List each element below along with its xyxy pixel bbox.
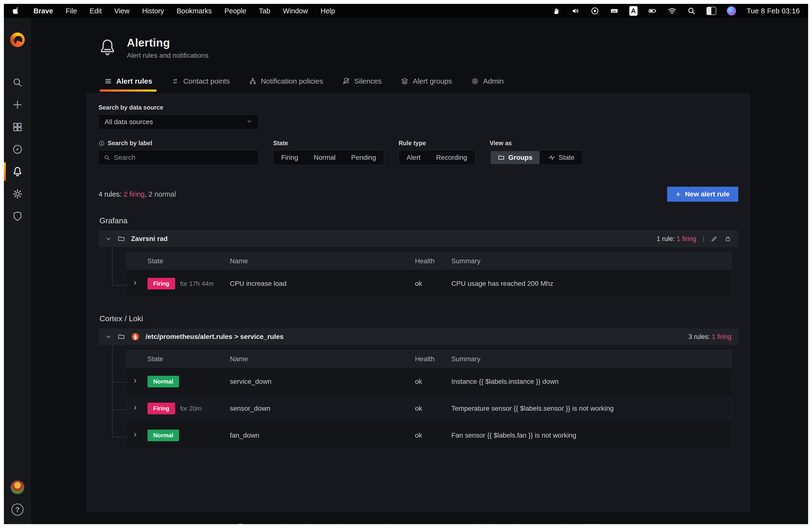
chevron-right-icon[interactable] (132, 378, 138, 384)
input-source-icon[interactable]: A (629, 6, 638, 16)
state-option-firing[interactable]: Firing (273, 150, 306, 165)
rule-type-option-recording[interactable]: Recording (429, 150, 475, 165)
menubar-item-bookmarks[interactable]: Bookmarks (177, 7, 212, 15)
menubar-item-edit[interactable]: Edit (89, 7, 102, 15)
tab-silences[interactable]: Silences (336, 73, 388, 92)
rule-name[interactable]: service_down (226, 368, 411, 395)
tab-contact-points[interactable]: Contact points (165, 73, 236, 92)
sidebar-item-create[interactable] (4, 94, 31, 116)
group-stats: 1 rule: 1 firing (656, 235, 696, 243)
rule-health: ok (411, 395, 447, 422)
sidebar-item-profile[interactable] (4, 476, 31, 498)
section-title-grafana: Grafana (100, 216, 738, 225)
alerting-bell-icon (98, 38, 117, 58)
table-row: Firingfor 17h 44m CPU increase load ok C… (127, 270, 732, 297)
tree-stub (112, 382, 126, 382)
group-name: Zavrsni rad (131, 235, 168, 243)
footer-link-support[interactable]: Support (304, 523, 335, 524)
table-header-row: State Name Health Summary (127, 252, 732, 270)
record-icon[interactable] (591, 6, 599, 15)
data-source-filter: Search by data source All data sources (99, 104, 738, 130)
prometheus-icon (131, 332, 140, 341)
group-stats: 3 rules: 1 firing (688, 333, 731, 341)
battery-icon[interactable] (648, 6, 657, 15)
sidebar-item-search[interactable] (4, 71, 31, 94)
rule-name[interactable]: CPU increase load (226, 270, 411, 297)
help-icon: ? (11, 503, 24, 516)
table-row: Firingfor 20m sensor_down ok Temperature… (127, 395, 732, 422)
col-header-state: State (144, 350, 226, 368)
rule-group-header[interactable]: /etc/prometheus/alert.rules > service_ru… (99, 329, 738, 345)
footer-link-open-source[interactable]: Open Source (406, 523, 443, 524)
chevron-right-icon[interactable] (132, 280, 138, 286)
sidebar-item-help[interactable]: ? (4, 498, 31, 521)
wifi-icon[interactable] (668, 6, 677, 15)
rule-type-option-alert[interactable]: Alert (399, 150, 429, 165)
sidebar-item-configuration[interactable] (4, 183, 31, 205)
menubar-clock[interactable]: Tue 8 Feb 03:16 (747, 7, 800, 15)
firing-duration: for 20m (180, 405, 201, 412)
bell-icon (12, 166, 23, 177)
footer-link-new-version[interactable]: New version available! (529, 523, 602, 524)
menubar-item-file[interactable]: File (66, 7, 77, 15)
menubar-item-window[interactable]: Window (283, 7, 308, 15)
page-subtitle: Alert rules and notifications (127, 51, 208, 59)
rule-type-group: Alert Recording (398, 150, 475, 165)
chevron-right-icon[interactable] (132, 432, 138, 438)
hand-pointer-icon[interactable] (552, 6, 561, 15)
data-source-value: All data sources (104, 118, 153, 126)
chevron-down-icon (105, 334, 112, 340)
state-option-pending[interactable]: Pending (343, 150, 384, 165)
menubar-item-tab[interactable]: Tab (259, 7, 270, 15)
rule-name[interactable]: fan_down (226, 422, 411, 449)
tree-stub (112, 409, 126, 410)
menubar-item-view[interactable]: View (114, 7, 129, 15)
tab-label: Contact points (183, 77, 230, 85)
tab-admin[interactable]: Admin (465, 73, 510, 92)
tree-stub (112, 285, 126, 286)
grafana-logo-icon (10, 32, 25, 47)
tab-alert-groups[interactable]: Alert groups (394, 73, 458, 92)
volume-icon[interactable] (571, 6, 580, 15)
tab-notification-policies[interactable]: Notification policies (242, 73, 330, 92)
state-option-normal[interactable]: Normal (306, 150, 343, 165)
edit-pencil-icon[interactable] (711, 235, 718, 242)
divider: | (702, 235, 704, 243)
tab-bar: Alert rules Contact points Notification … (98, 73, 808, 92)
menubar-item-brave[interactable]: Brave (33, 7, 53, 15)
label-search-input[interactable] (114, 154, 253, 162)
view-as-option-state[interactable]: State (540, 150, 582, 165)
spotlight-search-icon[interactable] (687, 6, 696, 15)
sidebar-item-alerting[interactable] (4, 161, 31, 183)
footer-link-community[interactable]: Community (350, 523, 391, 524)
chevron-right-icon[interactable] (132, 405, 138, 411)
status-badge: Firing (147, 403, 175, 414)
rule-name[interactable]: sensor_down (226, 395, 411, 422)
new-alert-rule-button[interactable]: + New alert rule (667, 187, 739, 202)
label-filter-text: Search by label (108, 140, 152, 147)
menubar-item-help[interactable]: Help (320, 7, 335, 15)
footer-version: v8.3.3 (30bb7a93ca) (457, 523, 515, 524)
menubar-item-history[interactable]: History (142, 7, 164, 15)
user-avatar (11, 480, 25, 494)
siri-icon[interactable] (727, 6, 736, 16)
grafana-logo[interactable] (4, 25, 31, 54)
group-body: State Name Health Summary Firingfor 17h … (99, 247, 738, 300)
data-source-select[interactable]: All data sources (99, 115, 259, 130)
tab-alert-rules[interactable]: Alert rules (98, 73, 158, 92)
sidebar-item-server-admin[interactable] (4, 205, 31, 227)
sidebar-item-explore[interactable] (4, 138, 31, 161)
footer-link-documentation[interactable]: Documentation (237, 523, 289, 524)
keyboard-icon[interactable] (610, 6, 619, 15)
page-header: Alerting Alert rules and notifications (98, 36, 808, 59)
tab-label: Alert rules (116, 77, 152, 85)
sidebar-item-dashboards[interactable] (4, 116, 31, 138)
user-switch-icon[interactable] (707, 7, 716, 15)
label-filter-label: Search by label (99, 140, 259, 147)
apple-logo-icon[interactable] (12, 6, 21, 15)
rule-group-header[interactable]: Zavrsni rad 1 rule: 1 firing | (99, 230, 738, 247)
menubar-item-people[interactable]: People (224, 7, 246, 15)
view-as-option-groups[interactable]: Groups (491, 151, 539, 164)
chevron-down-icon (105, 236, 112, 242)
folder-icon (497, 154, 505, 161)
